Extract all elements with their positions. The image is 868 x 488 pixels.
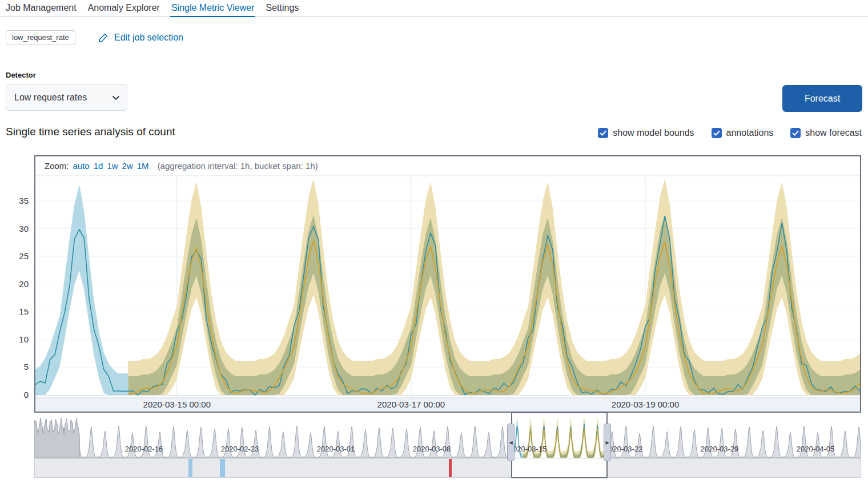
top-nav: Job Management Anomaly Explorer Single M… (5, 1, 300, 17)
detector-label: Detector (6, 71, 36, 79)
x-tick-label: 2020-03-19 00:00 (612, 400, 679, 409)
zoom-option-1d[interactable]: 1d (94, 161, 103, 171)
y-tick-label: 25 (19, 251, 29, 261)
context-date-label: 2020-02-16 (125, 445, 163, 453)
toggle-label-annotations: annotations (726, 128, 774, 138)
context-date-label: 2020-03-01 (317, 445, 355, 453)
detector-select[interactable]: Low request rates (6, 84, 127, 111)
y-tick-label: 35 (19, 196, 29, 205)
timeseries-chart[interactable]: 2020-03-15 00:002020-03-17 00:002020-03-… (35, 172, 860, 412)
tab-settings[interactable]: Settings (264, 1, 300, 17)
tab-anomaly-explorer[interactable]: Anomaly Explorer (87, 1, 161, 17)
chevron-down-icon (112, 92, 120, 103)
zoom-label: Zoom: (45, 161, 69, 171)
toggle-show-model-bounds[interactable]: show model bounds (598, 128, 694, 138)
annotation-strip (34, 458, 861, 478)
checkbox-checked-icon (712, 128, 722, 138)
detector-select-value: Low request rates (14, 92, 87, 103)
pencil-icon (98, 33, 108, 45)
annotation-marker[interactable] (449, 459, 452, 477)
x-tick-label: 2020-03-17 00:00 (377, 400, 445, 409)
main-chart-panel: Zoom: auto 1d 1w 2w 1M (aggregation inte… (34, 155, 861, 413)
toggle-label-show-forecast: show forecast (805, 128, 862, 138)
y-tick-label: 15 (19, 306, 29, 316)
y-tick-label: 0 (24, 390, 29, 400)
y-tick-label: 10 (19, 334, 29, 344)
brush-handle-left[interactable]: ◀ (507, 424, 515, 461)
toggle-show-forecast[interactable]: show forecast (790, 128, 862, 138)
context-initial-block (34, 418, 80, 458)
context-date-label: 2020-03-08 (413, 445, 451, 453)
context-date-label: 2020-03-29 (701, 445, 739, 453)
zoom-option-1w[interactable]: 1w (107, 161, 118, 171)
tab-single-metric-viewer[interactable]: Single Metric Viewer (170, 1, 256, 17)
brush-handle-right[interactable]: ▶ (604, 424, 611, 461)
context-date-label: 2020-02-23 (221, 445, 259, 453)
zoom-option-2w[interactable]: 2w (122, 161, 133, 171)
zoom-option-auto[interactable]: auto (73, 161, 90, 171)
tab-job-management[interactable]: Job Management (5, 1, 78, 17)
aggregation-note: (aggregation interval: 1h, bucket span: … (158, 161, 318, 171)
annotation-marker[interactable] (220, 459, 225, 477)
y-axis-labels: 05101520253035 (0, 172, 31, 412)
toggle-annotations[interactable]: annotations (712, 128, 774, 138)
edit-job-selection-link[interactable]: Edit job selection (114, 33, 183, 43)
chart-toggles: show model bounds annotations show forec… (598, 128, 862, 138)
checkbox-checked-icon (790, 128, 801, 138)
zoom-option-1M[interactable]: 1M (137, 161, 149, 171)
x-tick-label: 2020-03-15 00:00 (143, 400, 211, 409)
y-tick-label: 5 (24, 362, 29, 372)
annotation-marker[interactable] (188, 459, 192, 477)
toggle-label-show-model-bounds: show model bounds (613, 128, 694, 138)
job-badge: low_request_rate (6, 30, 75, 45)
zoom-bar: Zoom: auto 1d 1w 2w 1M (aggregation inte… (45, 161, 318, 171)
checkbox-checked-icon (598, 128, 608, 138)
y-tick-label: 20 (19, 279, 29, 289)
forecast-button[interactable]: Forecast (782, 85, 862, 112)
page-title: Single time series analysis of count (6, 126, 175, 138)
y-tick-label: 30 (19, 224, 29, 233)
context-date-label: 2020-04-05 (797, 445, 835, 453)
